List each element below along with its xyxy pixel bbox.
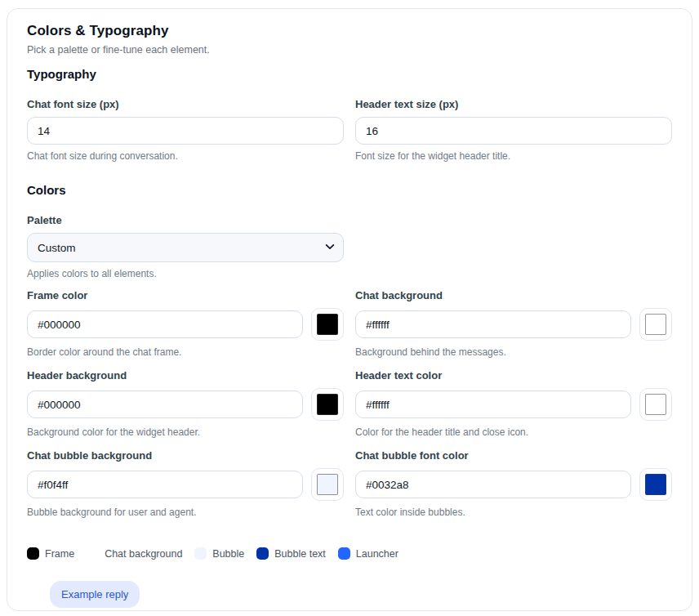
palette-helper: Applies colors to all elements. xyxy=(27,268,344,279)
color-fields-grid: Frame color Border color around the chat… xyxy=(27,289,672,529)
frame-color-swatch xyxy=(317,314,338,335)
legend-item-bubble-text: Bubble text xyxy=(256,547,326,560)
bubble-text-legend-label: Bubble text xyxy=(274,548,326,560)
bubble-text-legend-swatch xyxy=(256,547,269,560)
chat-background-swatch xyxy=(645,314,666,335)
header-background-field: Header background Background color for t… xyxy=(27,369,344,438)
chat-font-size-field: Chat font size (px) Chat font size durin… xyxy=(27,98,344,162)
example-reply-bubble: Example reply xyxy=(50,581,140,608)
colors-section-heading: Colors xyxy=(27,183,672,197)
palette-select[interactable]: Custom xyxy=(27,233,344,262)
header-text-size-helper: Font size for the widget header title. xyxy=(355,150,672,162)
frame-color-input[interactable] xyxy=(27,310,303,338)
typography-grid: Chat font size (px) Chat font size durin… xyxy=(27,98,672,172)
palette-grid: Palette Custom Applies colors to all ele… xyxy=(27,214,672,289)
frame-color-label: Frame color xyxy=(27,289,344,301)
header-background-helper: Background color for the widget header. xyxy=(27,426,344,438)
legend-item-launcher: Launcher xyxy=(338,547,398,560)
palette-label: Palette xyxy=(27,214,344,226)
chat-background-picker[interactable] xyxy=(639,308,672,341)
header-text-size-label: Header text size (px) xyxy=(355,98,672,110)
chat-background-input[interactable] xyxy=(355,310,631,338)
chat-font-size-input[interactable] xyxy=(27,117,344,145)
header-text-color-label: Header text color xyxy=(355,369,672,382)
header-text-color-field: Header text color Color for the header t… xyxy=(355,369,672,438)
header-text-color-input[interactable] xyxy=(355,391,631,418)
bubble-legend-label: Bubble xyxy=(212,548,244,560)
frame-color-helper: Border color around the chat frame. xyxy=(27,346,344,358)
header-text-color-swatch xyxy=(645,394,666,415)
chat-background-helper: Background behind the messages. xyxy=(355,346,672,358)
frame-color-field: Frame color Border color around the chat… xyxy=(27,289,344,358)
legend-item-bubble: Bubble xyxy=(194,547,244,560)
legend-item-chat-background: Chat background xyxy=(87,547,182,560)
frame-color-picker[interactable] xyxy=(311,308,344,341)
header-text-color-helper: Color for the header title and close ico… xyxy=(355,426,672,438)
legend-item-frame: Frame xyxy=(27,547,74,560)
header-text-size-field: Header text size (px) Font size for the … xyxy=(355,98,672,162)
launcher-legend-label: Launcher xyxy=(356,548,398,560)
header-background-swatch xyxy=(317,394,338,415)
chat-font-size-helper: Chat font size during conversation. xyxy=(27,150,344,162)
launcher-legend-swatch xyxy=(338,547,350,560)
chat-bubble-font-color-helper: Text color inside bubbles. xyxy=(355,507,672,518)
typography-section-heading: Typography xyxy=(27,67,672,81)
frame-legend-swatch xyxy=(27,547,39,560)
color-legend: Frame Chat background Bubble Bubble text… xyxy=(27,547,672,560)
chat-bubble-background-input[interactable] xyxy=(27,471,303,498)
chat-background-legend-label: Chat background xyxy=(105,548,182,560)
header-background-picker[interactable] xyxy=(311,388,344,421)
page-title: Colors & Typography xyxy=(27,23,672,39)
chat-bubble-font-color-swatch xyxy=(645,474,666,495)
frame-legend-label: Frame xyxy=(45,548,74,560)
chat-bubble-font-color-picker[interactable] xyxy=(639,468,672,501)
chat-bubble-background-picker[interactable] xyxy=(311,468,344,501)
chat-font-size-label: Chat font size (px) xyxy=(27,98,344,110)
chat-background-legend-swatch xyxy=(87,547,99,560)
chat-background-field: Chat background Background behind the me… xyxy=(355,289,672,358)
chat-bubble-font-color-input[interactable] xyxy=(355,471,631,498)
colors-typography-card: Colors & Typography Pick a palette or fi… xyxy=(7,8,692,611)
chat-bubble-background-label: Chat bubble background xyxy=(27,449,344,462)
chat-bubble-background-field: Chat bubble background Bubble background… xyxy=(27,449,344,518)
chat-bubble-font-color-label: Chat bubble font color xyxy=(355,449,672,462)
palette-field: Palette Custom Applies colors to all ele… xyxy=(27,214,344,279)
header-background-label: Header background xyxy=(27,369,344,382)
chat-background-label: Chat background xyxy=(355,289,672,301)
header-background-input[interactable] xyxy=(27,391,303,418)
header-text-size-input[interactable] xyxy=(355,117,672,145)
chat-bubble-background-helper: Bubble background for user and agent. xyxy=(27,507,344,518)
chat-bubble-font-color-field: Chat bubble font color Text color inside… xyxy=(355,449,672,518)
chat-bubble-background-swatch xyxy=(317,474,338,495)
bubble-legend-swatch xyxy=(194,547,207,560)
header-text-color-picker[interactable] xyxy=(639,388,672,421)
page-subtitle: Pick a palette or fine-tune each element… xyxy=(27,44,672,56)
